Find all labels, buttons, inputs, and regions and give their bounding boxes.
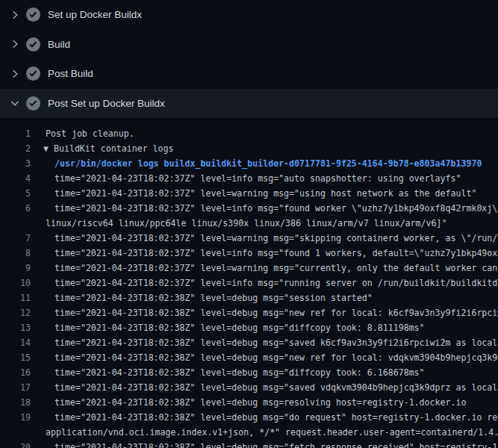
step-header-build[interactable]: Build [0,30,498,60]
log-row: 6time="2021-04-23T18:02:37Z" level=info … [0,201,498,216]
log-row: 9time="2021-04-23T18:02:37Z" level=warni… [0,261,498,276]
line-number[interactable]: 16 [0,365,31,380]
line-number[interactable]: 12 [0,305,31,320]
line-number[interactable]: 5 [0,186,31,201]
log-row: 18time="2021-04-23T18:02:38Z" level=debu… [0,395,498,410]
log-text: time="2021-04-23T18:02:38Z" level=debug … [31,305,498,320]
line-number[interactable]: 14 [0,335,31,350]
line-number[interactable]: 17 [0,380,31,395]
log-text: time="2021-04-23T18:02:37Z" level=info m… [31,276,498,290]
line-number[interactable]: 19 [0,410,31,425]
log-row: 1Post job cleanup. [0,126,498,141]
line-number[interactable]: 20 [0,440,31,448]
log-row: 15time="2021-04-23T18:02:38Z" level=debu… [0,350,498,365]
log-text: time="2021-04-23T18:02:37Z" level=warnin… [31,261,498,276]
line-number[interactable]: 11 [0,290,31,305]
log-row: application/vnd.oci.image.index.v1+json,… [0,425,498,440]
line-number[interactable]: 2 [0,141,31,156]
check-circle-icon [26,37,40,52]
log-text: time="2021-04-23T18:02:37Z" level=info m… [31,246,498,261]
log-text: time="2021-04-23T18:02:38Z" level=debug … [31,335,498,350]
log-text: time="2021-04-23T18:02:37Z" level=info m… [31,201,498,216]
line-number[interactable]: 8 [0,246,31,261]
log-row: 11time="2021-04-23T18:02:38Z" level=debu… [0,290,498,305]
log-text: time="2021-04-23T18:02:38Z" level=debug … [31,395,466,410]
check-circle-icon [26,7,40,22]
check-circle-icon [26,66,40,81]
line-number[interactable]: 7 [0,231,31,246]
line-number[interactable]: 6 [0,201,31,216]
log-row: linux/riscv64 linux/ppc64le linux/s390x … [0,216,498,231]
step-header-post-setup-docker-buildx[interactable]: Post Set up Docker Buildx [0,89,498,119]
step-label: Set up Docker Buildx [48,9,142,20]
log-row: 10time="2021-04-23T18:02:37Z" level=info… [0,276,498,290]
log-text: time="2021-04-23T18:02:38Z" level=debug … [31,410,498,425]
log-row: 16time="2021-04-23T18:02:38Z" level=debu… [0,365,498,380]
log-text: time="2021-04-23T18:02:38Z" level=debug … [31,380,498,395]
step-header-post-build[interactable]: Post Build [0,59,498,89]
log-text: time="2021-04-23T18:02:38Z" level=debug … [31,365,425,380]
log-row: 12time="2021-04-23T18:02:38Z" level=debu… [0,305,498,320]
log-text: linux/riscv64 linux/ppc64le linux/s390x … [31,216,446,231]
triangle-down-icon[interactable]: ▼ [43,143,54,154]
line-number[interactable]: 15 [0,350,31,365]
log-lines: 1Post job cleanup.2▼ BuildKit container … [0,118,498,448]
log-command-text: /usr/bin/docker logs buildx_buildkit_bui… [31,156,482,171]
log-row: 5time="2021-04-23T18:02:37Z" level=warni… [0,186,498,201]
log-text: time="2021-04-23T18:02:38Z" level=debug … [31,350,498,365]
line-number[interactable]: 18 [0,395,31,410]
log-row: 7time="2021-04-23T18:02:37Z" level=warni… [0,231,498,246]
chevron-right-icon [10,69,20,79]
line-number[interactable]: 10 [0,276,31,290]
log-row: 19time="2021-04-23T18:02:38Z" level=debu… [0,410,498,425]
group-label: BuildKit container logs [54,143,174,154]
log-row: 20time="2021-04-23T18:02:38Z" level=debu… [0,440,498,448]
line-number[interactable]: 13 [0,320,31,335]
log-row: 13time="2021-04-23T18:02:38Z" level=debu… [0,320,498,335]
log-text: time="2021-04-23T18:02:38Z" level=debug … [31,290,373,305]
step-label: Post Set up Docker Buildx [48,98,165,109]
log-text: time="2021-04-23T18:02:37Z" level=warnin… [31,231,498,246]
log-row: 8time="2021-04-23T18:02:37Z" level=info … [0,246,498,261]
log-text: Post job cleanup. [31,126,134,141]
line-number[interactable]: 3 [0,156,31,171]
log-row: 3/usr/bin/docker logs buildx_buildkit_bu… [0,156,498,171]
chevron-right-icon [10,10,20,20]
line-number[interactable]: 1 [0,126,31,141]
log-group-line[interactable]: ▼ BuildKit container logs [31,141,174,156]
log-text: time="2021-04-23T18:02:38Z" level=debug … [31,440,498,448]
step-label: Post Build [48,68,93,79]
check-circle-icon [26,96,40,111]
log-text: time="2021-04-23T18:02:38Z" level=debug … [31,320,425,335]
log-text: application/vnd.oci.image.index.v1+json,… [31,425,498,440]
log-row: 14time="2021-04-23T18:02:38Z" level=debu… [0,335,498,350]
log-row: 17time="2021-04-23T18:02:38Z" level=debu… [0,380,498,395]
line-number[interactable]: 4 [0,171,31,186]
actions-log-viewer: Set up Docker Buildx Build Post Build Po… [0,0,498,448]
line-number[interactable]: 9 [0,261,31,276]
step-label: Build [48,39,70,50]
line-number [0,425,31,440]
chevron-down-icon [10,98,20,108]
log-row: 2▼ BuildKit container logs [0,141,498,156]
log-text: time="2021-04-23T18:02:37Z" level=info m… [31,171,461,186]
line-number [0,216,31,231]
log-row: 4time="2021-04-23T18:02:37Z" level=info … [0,171,498,186]
log-text: time="2021-04-23T18:02:37Z" level=warnin… [31,186,476,201]
chevron-right-icon [10,39,20,49]
step-header-setup-docker-buildx[interactable]: Set up Docker Buildx [0,0,498,30]
